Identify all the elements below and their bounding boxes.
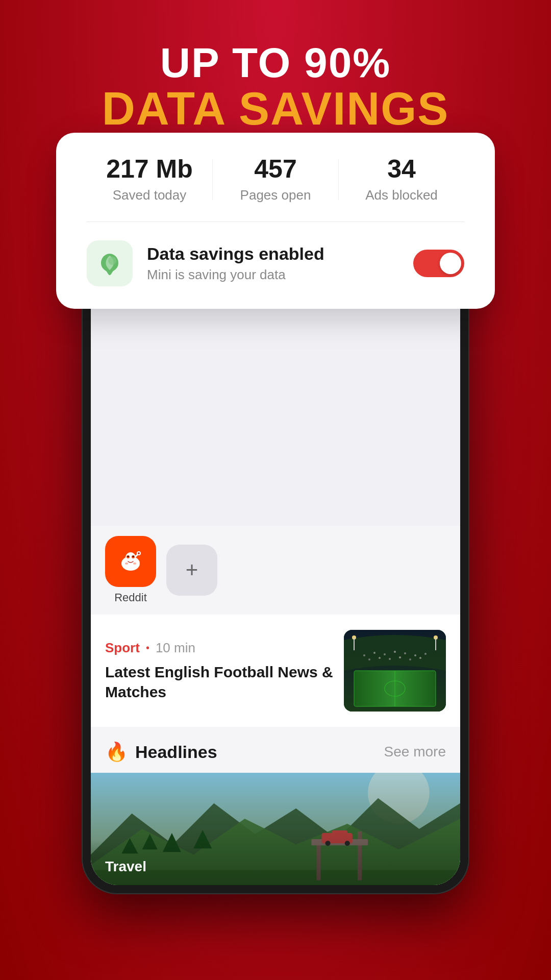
headlines-section: 🔥 Headlines See more — [91, 727, 460, 773]
headlines-title: Headlines — [135, 742, 217, 762]
svg-point-24 — [384, 653, 386, 655]
headlines-left: 🔥 Headlines — [105, 741, 217, 763]
add-icon: + — [166, 545, 217, 596]
svg-point-33 — [409, 658, 411, 660]
svg-point-12 — [138, 552, 140, 554]
travel-label: Travel — [105, 859, 146, 875]
svg-point-34 — [419, 657, 421, 659]
svg-point-23 — [373, 652, 375, 654]
stat-saved-label: Saved today — [87, 187, 212, 203]
svg-point-25 — [394, 651, 396, 653]
toggle-knob — [440, 253, 461, 274]
fire-icon: 🔥 — [105, 741, 128, 763]
svg-point-8 — [125, 562, 128, 565]
svg-point-30 — [379, 657, 381, 659]
quick-links-row: Reddit + — [91, 526, 460, 609]
stat-saved-value: 217 Mb — [87, 155, 212, 183]
news-article[interactable]: Sport • 10 min Latest English Football N… — [91, 615, 460, 727]
svg-point-32 — [399, 656, 401, 658]
stat-pages-label: Pages open — [213, 187, 338, 203]
stat-pages: 457 Pages open — [213, 155, 338, 203]
news-time: 10 min — [156, 640, 195, 656]
hero-line1: UP TO 90% — [0, 41, 551, 85]
stats-separator — [87, 222, 464, 222]
svg-point-9 — [133, 562, 136, 565]
svg-point-7 — [133, 556, 134, 557]
hero-section: UP TO 90% DATA SAVINGS — [0, 0, 551, 133]
screen-content: Reddit + Sport • 10 min Latest Engl — [91, 526, 460, 885]
stat-ads: 34 Ads blocked — [339, 155, 464, 203]
news-text-block: Sport • 10 min Latest English Football N… — [105, 640, 334, 702]
svg-point-26 — [404, 652, 406, 654]
data-saving-title: Data savings enabled — [147, 244, 399, 264]
data-saving-text: Data savings enabled Mini is saving your… — [147, 244, 399, 283]
stats-row: 217 Mb Saved today 457 Pages open 34 Ads… — [87, 155, 464, 222]
travel-card[interactable]: Travel — [91, 773, 460, 885]
stat-ads-label: Ads blocked — [339, 187, 464, 203]
svg-point-0 — [108, 257, 116, 265]
news-title: Latest English Football News & Matches — [105, 662, 334, 702]
stat-pages-value: 457 — [213, 155, 338, 183]
svg-point-29 — [368, 658, 370, 660]
news-category-row: Sport • 10 min — [105, 640, 334, 656]
svg-point-6 — [128, 556, 129, 557]
news-dot: • — [146, 642, 149, 654]
svg-point-27 — [414, 654, 416, 656]
reddit-icon — [105, 536, 156, 587]
hero-line2: DATA SAVINGS — [0, 85, 551, 133]
svg-point-31 — [389, 658, 391, 660]
see-more-button[interactable]: See more — [384, 744, 446, 760]
stat-ads-value: 34 — [339, 155, 464, 183]
data-saving-toggle[interactable] — [413, 250, 464, 277]
reddit-label: Reddit — [114, 591, 147, 604]
data-saving-row: Data savings enabled Mini is saving your… — [87, 240, 464, 286]
svg-point-28 — [424, 653, 427, 655]
data-saving-subtitle: Mini is saving your data — [147, 267, 399, 283]
stats-card: 217 Mb Saved today 457 Pages open 34 Ads… — [56, 133, 495, 309]
stat-saved: 217 Mb Saved today — [87, 155, 212, 203]
news-category: Sport — [105, 640, 140, 656]
quick-link-add[interactable]: + — [166, 545, 217, 596]
svg-point-22 — [363, 654, 365, 656]
data-saving-icon — [87, 240, 133, 286]
quick-link-reddit[interactable]: Reddit — [105, 536, 156, 604]
news-image — [344, 630, 446, 712]
